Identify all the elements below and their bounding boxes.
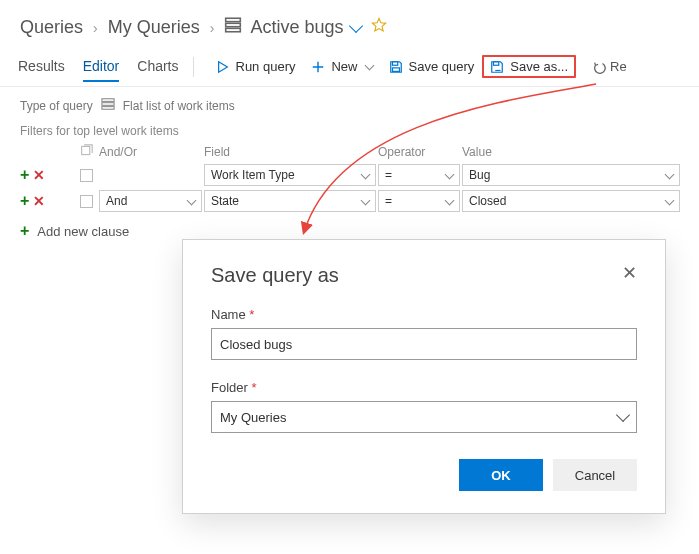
query-type-row: Type of query Flat list of work items: [0, 87, 699, 120]
chevron-down-icon: [616, 408, 630, 422]
undo-icon: [592, 60, 606, 74]
add-row-button[interactable]: +: [20, 193, 29, 209]
play-icon: [216, 60, 230, 74]
operator-select[interactable]: =: [378, 190, 460, 212]
svg-rect-1: [226, 23, 241, 26]
query-type-value[interactable]: Flat list of work items: [123, 99, 235, 113]
chevron-down-icon: [665, 169, 675, 179]
plus-icon: +: [20, 222, 29, 240]
save-as-icon: [490, 60, 504, 74]
field-select[interactable]: Work Item Type: [204, 164, 376, 186]
svg-marker-3: [373, 18, 386, 31]
svg-rect-11: [82, 146, 90, 154]
svg-marker-4: [218, 61, 227, 72]
breadcrumb-folder[interactable]: My Queries: [108, 17, 200, 38]
cancel-button[interactable]: Cancel: [553, 459, 637, 491]
col-andor: And/Or: [99, 145, 137, 159]
row-checkbox[interactable]: [80, 195, 93, 208]
operator-select[interactable]: =: [378, 164, 460, 186]
folder-select[interactable]: My Queries: [211, 401, 637, 433]
save-query-dialog: Save query as ✕ Name * Folder * My Queri…: [182, 239, 666, 514]
query-type-label: Type of query: [20, 99, 93, 113]
new-button[interactable]: New: [303, 55, 380, 78]
field-value: State: [211, 194, 239, 208]
save-icon: [389, 60, 403, 74]
value-select[interactable]: Closed: [462, 190, 680, 212]
save-as-label: Save as...: [510, 59, 568, 74]
filter-row: + ✕ Work Item Type = Bug: [20, 162, 679, 188]
tabs: Results Editor Charts: [18, 52, 179, 82]
svg-rect-10: [102, 107, 114, 110]
chevron-down-icon: [361, 195, 371, 205]
chevron-down-icon: [445, 195, 455, 205]
chevron-right-icon: ›: [210, 20, 215, 36]
chevron-down-icon: [665, 195, 675, 205]
chevron-down-icon: [361, 169, 371, 179]
svg-rect-5: [392, 61, 397, 65]
filter-caption: Filters for top level work items: [20, 124, 679, 138]
svg-rect-0: [226, 18, 241, 21]
chevron-down-icon: [187, 195, 197, 205]
operator-value: =: [385, 194, 392, 208]
chevron-down-icon[interactable]: [349, 19, 363, 33]
delete-row-button[interactable]: ✕: [33, 168, 45, 182]
operator-value: =: [385, 168, 392, 182]
save-label: Save query: [409, 59, 475, 74]
name-label: Name *: [211, 307, 637, 322]
filter-section: Filters for top level work items And/Or …: [0, 120, 699, 244]
run-query-label: Run query: [236, 59, 296, 74]
bulk-select-icon[interactable]: [80, 144, 93, 160]
field-value: Work Item Type: [211, 168, 295, 182]
undo-button[interactable]: Re: [584, 55, 635, 78]
tab-editor[interactable]: Editor: [83, 52, 120, 82]
svg-rect-2: [226, 28, 241, 31]
flat-list-icon: [101, 97, 115, 114]
chevron-down-icon: [445, 169, 455, 179]
breadcrumb: Queries › My Queries › Active bugs: [0, 0, 699, 51]
chevron-down-icon: [364, 61, 374, 71]
row-checkbox[interactable]: [80, 169, 93, 182]
tab-charts[interactable]: Charts: [137, 52, 178, 82]
folder-value: My Queries: [220, 410, 286, 425]
tab-results[interactable]: Results: [18, 52, 65, 82]
save-query-button[interactable]: Save query: [381, 55, 483, 78]
close-icon[interactable]: ✕: [622, 264, 637, 282]
dialog-title: Save query as: [211, 264, 339, 287]
add-row-button[interactable]: +: [20, 167, 29, 183]
svg-rect-9: [102, 103, 114, 106]
svg-rect-8: [102, 99, 114, 102]
filter-row: + ✕ And State = Closed: [20, 188, 679, 214]
chevron-right-icon: ›: [93, 20, 98, 36]
col-field: Field: [204, 145, 378, 159]
filter-header-row: And/Or Field Operator Value: [20, 142, 679, 162]
folder-label: Folder *: [211, 380, 637, 395]
field-select[interactable]: State: [204, 190, 376, 212]
breadcrumb-current[interactable]: Active bugs: [250, 17, 343, 38]
ok-button[interactable]: OK: [459, 459, 543, 491]
divider: [193, 57, 194, 77]
andor-select[interactable]: And: [99, 190, 202, 212]
delete-row-button[interactable]: ✕: [33, 194, 45, 208]
svg-rect-6: [392, 67, 399, 71]
list-icon: [224, 16, 242, 39]
save-as-button[interactable]: Save as...: [482, 55, 576, 78]
value-value: Bug: [469, 168, 490, 182]
col-operator: Operator: [378, 145, 462, 159]
value-value: Closed: [469, 194, 506, 208]
add-clause-label: Add new clause: [37, 224, 129, 239]
value-select[interactable]: Bug: [462, 164, 680, 186]
add-new-clause-button[interactable]: + Add new clause: [20, 222, 679, 240]
col-value: Value: [462, 145, 682, 159]
andor-value: And: [106, 194, 127, 208]
breadcrumb-root[interactable]: Queries: [20, 17, 83, 38]
toolbar: Results Editor Charts Run query New Save…: [0, 51, 699, 87]
favorite-star-icon[interactable]: [371, 17, 387, 38]
plus-icon: [311, 60, 325, 74]
new-label: New: [331, 59, 357, 74]
name-input[interactable]: [211, 328, 637, 360]
undo-label: Re: [610, 59, 627, 74]
svg-rect-7: [494, 61, 499, 65]
run-query-button[interactable]: Run query: [208, 55, 304, 78]
